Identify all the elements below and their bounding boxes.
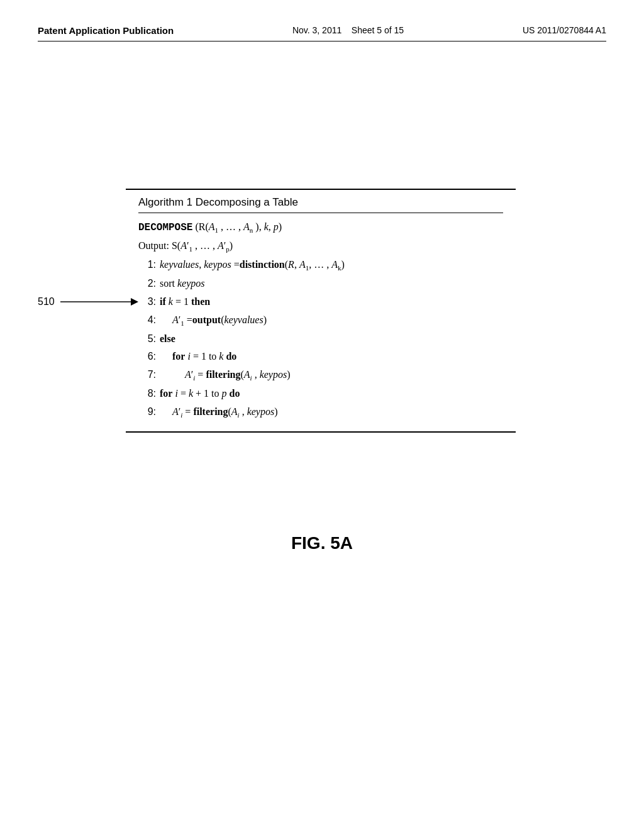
algorithm-box: Algorithm 1 Decomposing a Table DECOMPOS… <box>126 189 516 433</box>
algo-line-5: 5: else <box>138 330 503 348</box>
arrow-svg: 510 <box>38 283 138 321</box>
algorithm-box-container: Algorithm 1 Decomposing a Table DECOMPOS… <box>126 189 516 433</box>
algo-line-4: 4: A′1 =output(keyvalues) <box>138 311 503 330</box>
patent-number: US 2011/0270844 A1 <box>523 25 606 35</box>
algo-line-2: 2: sort keypos <box>138 275 503 293</box>
decompose-line: DECOMPOSE (R(A1 , … , An ), k, p) <box>138 218 503 237</box>
page: Patent Application Publication Nov. 3, 2… <box>0 0 644 830</box>
algo-line-1: 1: keyvalues, keypos =distinction(R, A1,… <box>138 256 503 275</box>
figure-label: FIG. 5A <box>0 533 644 553</box>
date-label: Nov. 3, 2011 Sheet 5 of 15 <box>292 25 404 35</box>
algo-line-8: 8: for i = k + 1 to p do <box>138 385 503 403</box>
algo-line-3: 3: if k = 1 then <box>138 293 503 311</box>
output-line: Output: S(A′1 , … , A′p) <box>138 237 503 256</box>
algo-line-7: 7: A′i = filtering(Ai , keypos) <box>138 366 503 385</box>
algorithm-content: DECOMPOSE (R(A1 , … , An ), k, p) Output… <box>138 218 503 422</box>
svg-marker-2 <box>131 298 138 306</box>
publication-label: Patent Application Publication <box>38 25 174 36</box>
page-header: Patent Application Publication Nov. 3, 2… <box>38 25 606 42</box>
algo-line-9: 9: A′i = filtering(Ai , keypos) <box>138 403 503 422</box>
svg-text:510: 510 <box>38 296 55 307</box>
algorithm-title: Algorithm 1 Decomposing a Table <box>138 196 503 213</box>
algo-line-6: 6: for i = 1 to k do <box>138 348 503 366</box>
